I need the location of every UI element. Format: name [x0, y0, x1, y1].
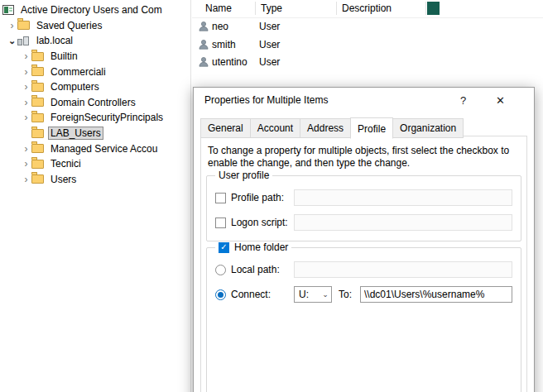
column-header-name[interactable]: Name	[205, 2, 232, 14]
folder-icon	[31, 83, 44, 92]
home-folder-path-input[interactable]	[360, 286, 512, 303]
tree-item-foreign-security-principals[interactable]: › ForeignSecurityPrincipals	[0, 110, 190, 126]
list-cell-type: User	[259, 39, 280, 50]
profile-path-checkbox[interactable]	[215, 193, 226, 203]
tab-description-text: To change a property for multiple object…	[208, 145, 524, 170]
list-row-smith[interactable]: smith User	[192, 36, 543, 55]
tree-item-label: Builtin	[48, 50, 80, 63]
folder-icon	[31, 98, 44, 107]
background-window-fragment	[427, 2, 440, 15]
tab-organization[interactable]: Organization	[392, 118, 464, 138]
folder-icon	[31, 160, 44, 169]
chevron-right-icon[interactable]: ›	[21, 67, 31, 77]
tree-item-label: lab.local	[34, 34, 75, 47]
tree-item-managed-service-accounts[interactable]: › Managed Service Accou	[0, 141, 190, 156]
list-cell-type: User	[259, 56, 280, 68]
tree-item-label: Active Directory Users and Com	[18, 3, 165, 17]
list-cell-name: utentino	[212, 56, 247, 68]
tree-item-label: Users	[48, 173, 79, 186]
drive-letter-select[interactable]: U: ⌄	[294, 286, 332, 303]
list-row-utentino[interactable]: utentino User	[192, 54, 543, 72]
tab-address[interactable]: Address	[300, 118, 351, 138]
list-cell-type: User	[259, 21, 280, 32]
check-icon: ✓	[220, 243, 227, 251]
folder-icon	[17, 21, 30, 30]
help-button[interactable]: ?	[444, 94, 482, 107]
folder-icon	[31, 67, 44, 76]
tree-item-domain-controllers[interactable]: › Domain Controllers	[0, 95, 190, 111]
list-header: Name Type Description	[192, 0, 543, 18]
domain-icon	[17, 36, 30, 45]
tree-item-tecnici[interactable]: › Tecnici	[0, 156, 190, 172]
folder-icon	[31, 144, 44, 153]
chevron-right-icon[interactable]: ›	[21, 174, 31, 184]
user-profile-group-legend: User profile	[215, 170, 272, 181]
list-cell-name: smith	[212, 39, 236, 50]
column-resize-handle[interactable]	[255, 2, 256, 15]
column-header-description[interactable]: Description	[342, 2, 392, 14]
tree-item-label-selected: LAB_Users	[48, 127, 103, 140]
connect-radio[interactable]	[215, 289, 226, 300]
home-folder-group-legend: ✓ Home folder	[215, 241, 291, 253]
profile-path-label[interactable]: Profile path:	[226, 192, 294, 203]
logon-script-input[interactable]	[294, 214, 512, 231]
chevron-right-icon[interactable]: ›	[7, 21, 17, 31]
chevron-right-icon[interactable]: ›	[21, 82, 31, 92]
home-folder-group: ✓ Home folder Local path: Connect: U: ⌄	[206, 241, 521, 392]
list-row-neo[interactable]: neo User	[192, 18, 543, 36]
local-path-radio[interactable]	[215, 265, 226, 275]
logon-script-label[interactable]: Logon script:	[226, 217, 294, 228]
logon-script-checkbox[interactable]	[215, 218, 226, 228]
local-path-input[interactable]	[294, 261, 512, 278]
profile-path-input[interactable]	[294, 189, 512, 206]
user-icon	[198, 56, 209, 68]
column-resize-handle[interactable]	[425, 2, 426, 15]
chevron-right-icon[interactable]: ›	[21, 144, 31, 154]
tree-item-computers[interactable]: › Computers	[0, 79, 190, 95]
properties-dialog: Properties for Multiple Items ? ✕ Genera…	[193, 87, 535, 392]
chevron-right-icon[interactable]: ›	[21, 51, 31, 61]
home-folder-label[interactable]: Home folder	[234, 241, 288, 253]
tree-item-label: Commerciali	[48, 65, 108, 79]
dialog-titlebar[interactable]: Properties for Multiple Items ? ✕	[194, 88, 534, 112]
chevron-down-icon: ⌄	[320, 290, 331, 299]
folder-icon	[31, 52, 44, 61]
tab-profile[interactable]: Profile	[350, 117, 393, 139]
tree-item-root[interactable]: Active Directory Users and Com	[0, 2, 190, 18]
tree-item-users[interactable]: › Users	[0, 172, 190, 188]
to-label: To:	[339, 289, 360, 300]
connect-row: Connect: U: ⌄ To:	[215, 286, 512, 303]
tab-general[interactable]: General	[200, 118, 251, 138]
user-icon	[198, 39, 209, 50]
logon-script-row: Logon script:	[215, 214, 512, 231]
list-cell-name: neo	[212, 21, 228, 32]
column-resize-handle[interactable]	[336, 2, 337, 15]
tree-item-lab-local[interactable]: ⌄ lab.local	[0, 33, 190, 49]
folder-icon	[31, 174, 44, 184]
chevron-down-icon[interactable]: ⌄	[7, 36, 17, 45]
chevron-right-icon[interactable]: ›	[21, 112, 31, 122]
connect-label[interactable]: Connect:	[226, 289, 294, 300]
folder-icon	[31, 113, 44, 122]
user-icon	[198, 21, 209, 32]
local-path-label[interactable]: Local path:	[226, 264, 294, 275]
profile-path-row: Profile path:	[215, 189, 512, 206]
chevron-right-icon[interactable]: ›	[21, 159, 31, 169]
local-path-row: Local path:	[215, 261, 512, 278]
close-icon[interactable]: ✕	[482, 94, 519, 107]
tree-item-commerciali[interactable]: › Commerciali	[0, 64, 190, 79]
tree-item-label: ForeignSecurityPrincipals	[48, 111, 166, 124]
user-profile-group: User profile Profile path: Logon script:	[206, 170, 521, 241]
tree-item-lab-users[interactable]: LAB_Users	[0, 126, 190, 141]
console-tree-pane: Active Directory Users and Com › Saved Q…	[0, 0, 191, 392]
tree-item-saved-queries[interactable]: › Saved Queries	[0, 18, 190, 34]
profile-tab-page: To change a property for multiple object…	[200, 136, 527, 392]
drive-letter-value: U:	[295, 289, 320, 300]
tab-account[interactable]: Account	[250, 118, 300, 138]
aduc-window: Active Directory Users and Com › Saved Q…	[0, 0, 543, 392]
chevron-right-icon[interactable]: ›	[21, 98, 31, 108]
home-folder-checkbox[interactable]: ✓	[219, 242, 229, 253]
tree-item-label: Saved Queries	[34, 19, 104, 32]
tree-item-builtin[interactable]: › Builtin	[0, 49, 190, 65]
column-header-type[interactable]: Type	[261, 2, 282, 14]
